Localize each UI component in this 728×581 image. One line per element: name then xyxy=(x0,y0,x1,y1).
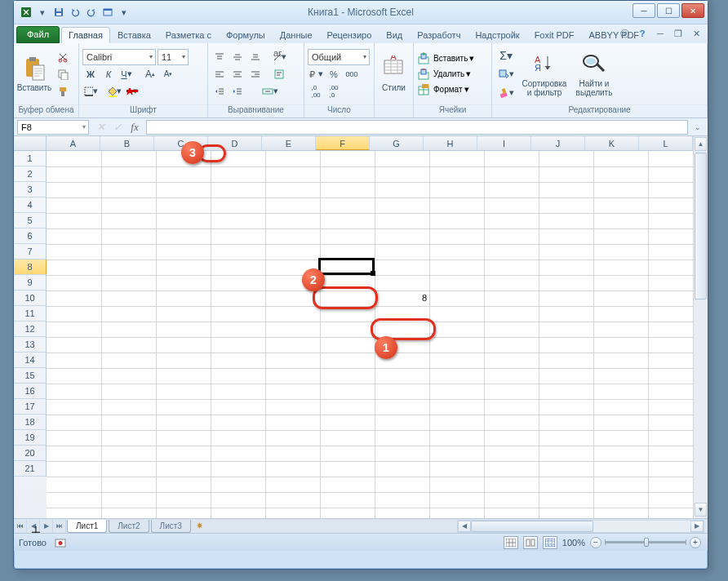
align-top-icon[interactable] xyxy=(211,49,228,65)
zoom-out-button[interactable]: − xyxy=(590,537,601,548)
cells-delete-button[interactable]: Удалить▾ xyxy=(417,68,488,81)
col-header-G[interactable]: G xyxy=(370,136,424,150)
tab-foxit[interactable]: Foxit PDF xyxy=(527,27,582,43)
paste-button[interactable]: Вставить xyxy=(17,46,51,102)
row-header-8[interactable]: 8 xyxy=(14,259,47,275)
vscroll-thumb[interactable] xyxy=(695,153,707,299)
col-header-J[interactable]: J xyxy=(531,136,585,150)
workbook-restore-icon[interactable]: ❐ xyxy=(672,27,685,40)
zoom-slider[interactable] xyxy=(605,541,686,543)
decrease-font-icon[interactable]: A▾ xyxy=(160,66,176,82)
comma-format-icon[interactable]: 000 xyxy=(344,66,360,82)
fill-color-button[interactable]: ▾ xyxy=(106,83,122,100)
increase-decimal-icon[interactable]: ,0,00 xyxy=(308,83,324,100)
col-header-A[interactable]: A xyxy=(47,136,100,150)
minimize-button[interactable]: ─ xyxy=(633,3,655,18)
sheet-nav-prev-icon[interactable]: ◀ xyxy=(27,520,40,533)
row-header-10[interactable]: 10 xyxy=(14,290,47,306)
row-header-3[interactable]: 3 xyxy=(14,182,47,197)
tab-data[interactable]: Данные xyxy=(273,27,320,43)
sheet-nav-last-icon[interactable]: ⏭ xyxy=(53,520,66,533)
row-header-1[interactable]: 1 xyxy=(14,151,47,166)
bold-button[interactable]: Ж xyxy=(82,66,99,82)
row-header-13[interactable]: 13 xyxy=(14,337,47,353)
percent-format-icon[interactable]: % xyxy=(326,66,342,82)
align-left-icon[interactable] xyxy=(211,66,228,82)
row-header-21[interactable]: 21 xyxy=(14,461,47,477)
macro-record-icon[interactable] xyxy=(55,537,66,548)
col-header-E[interactable]: E xyxy=(262,136,316,150)
orientation-icon[interactable]: ab▾ xyxy=(271,49,287,65)
col-header-B[interactable]: B xyxy=(100,136,154,150)
vertical-scrollbar[interactable]: ▲ ▼ xyxy=(693,136,708,518)
new-sheet-icon[interactable]: ✷ xyxy=(192,521,208,531)
expand-formula-bar-icon[interactable]: ⌄ xyxy=(691,120,704,135)
align-bottom-icon[interactable] xyxy=(247,49,264,65)
cut-button[interactable] xyxy=(55,49,71,65)
minimize-ribbon-icon[interactable]: ⓥ xyxy=(618,27,631,40)
col-header-D[interactable]: D xyxy=(208,136,262,150)
merge-center-icon[interactable]: ▾ xyxy=(253,83,287,100)
row-header-16[interactable]: 16 xyxy=(14,384,47,399)
tab-insert[interactable]: Вставка xyxy=(110,27,158,43)
row-header-17[interactable]: 17 xyxy=(14,399,47,415)
qat-dropdown-icon[interactable]: ▾ xyxy=(35,5,50,20)
scroll-left-icon[interactable]: ◀ xyxy=(458,521,471,532)
decrease-indent-icon[interactable] xyxy=(211,83,228,100)
underline-button[interactable]: Ч▾ xyxy=(118,66,135,82)
font-color-button[interactable]: A▾ xyxy=(124,83,140,100)
qat-more-icon[interactable] xyxy=(100,5,115,20)
undo-icon[interactable] xyxy=(68,5,82,20)
row-header-20[interactable]: 20 xyxy=(14,446,47,461)
autosum-icon[interactable]: Σ▾ xyxy=(495,47,517,64)
row-header-11[interactable]: 11 xyxy=(14,306,47,322)
format-painter-button[interactable] xyxy=(55,83,71,100)
wrap-text-icon[interactable] xyxy=(271,66,287,82)
col-header-C[interactable]: C xyxy=(154,136,208,150)
page-break-view-icon[interactable] xyxy=(543,536,557,549)
select-all-corner[interactable] xyxy=(14,136,47,151)
row-header-6[interactable]: 6 xyxy=(14,228,47,244)
row-header-2[interactable]: 2 xyxy=(14,166,47,182)
row-header-12[interactable]: 12 xyxy=(14,322,47,337)
row-header-9[interactable]: 9 xyxy=(14,275,47,290)
cells-insert-button[interactable]: Вставить▾ xyxy=(417,52,488,65)
redo-icon[interactable] xyxy=(84,5,99,20)
row-header-14[interactable]: 14 xyxy=(14,353,47,368)
scroll-down-icon[interactable]: ▼ xyxy=(695,503,707,517)
row-header-19[interactable]: 19 xyxy=(14,430,47,446)
scroll-up-icon[interactable]: ▲ xyxy=(695,137,707,151)
sheet-tab-2[interactable]: Лист2 xyxy=(109,520,149,533)
workbook-min-icon[interactable]: ─ xyxy=(654,27,667,40)
align-middle-icon[interactable] xyxy=(229,49,246,65)
copy-button[interactable] xyxy=(55,66,71,82)
tab-formulas[interactable]: Формулы xyxy=(219,27,273,43)
tab-review[interactable]: Рецензиро xyxy=(320,27,380,43)
increase-font-icon[interactable]: A▴ xyxy=(142,66,158,82)
font-name-combo[interactable]: Calibri xyxy=(82,49,156,65)
cancel-formula-icon[interactable]: ✕ xyxy=(92,120,109,135)
clear-icon[interactable]: ▾ xyxy=(495,85,517,101)
row-header-18[interactable]: 18 xyxy=(14,415,47,430)
col-header-F[interactable]: F xyxy=(316,136,370,150)
col-header-L[interactable]: L xyxy=(639,136,693,150)
formula-input[interactable] xyxy=(146,120,688,135)
number-format-combo[interactable]: Общий xyxy=(308,49,370,65)
tab-layout[interactable]: Разметка с xyxy=(158,27,219,43)
tab-dev[interactable]: Разработч xyxy=(410,27,468,43)
page-layout-view-icon[interactable] xyxy=(523,536,538,549)
row-header-4[interactable]: 4 xyxy=(14,197,47,213)
horizontal-scrollbar[interactable]: ◀ ▶ xyxy=(457,520,704,533)
workbook-close-icon[interactable]: ✕ xyxy=(690,27,703,40)
name-box[interactable]: F8 xyxy=(17,120,89,135)
tab-file[interactable]: Файл xyxy=(16,26,60,43)
sheet-tab-1[interactable]: Лист1 xyxy=(67,520,107,533)
qat-dropdown2-icon[interactable]: ▾ xyxy=(117,5,131,20)
col-header-K[interactable]: K xyxy=(585,136,639,150)
insert-function-button[interactable]: fx xyxy=(127,120,143,135)
cell-G10[interactable]: 8 xyxy=(375,290,429,306)
fill-icon[interactable]: ▾ xyxy=(495,66,517,82)
row-header-7[interactable]: 7 xyxy=(14,244,47,259)
sheet-nav-first-icon[interactable]: ⏮ xyxy=(14,520,27,533)
tab-home[interactable]: Главная xyxy=(61,27,110,43)
